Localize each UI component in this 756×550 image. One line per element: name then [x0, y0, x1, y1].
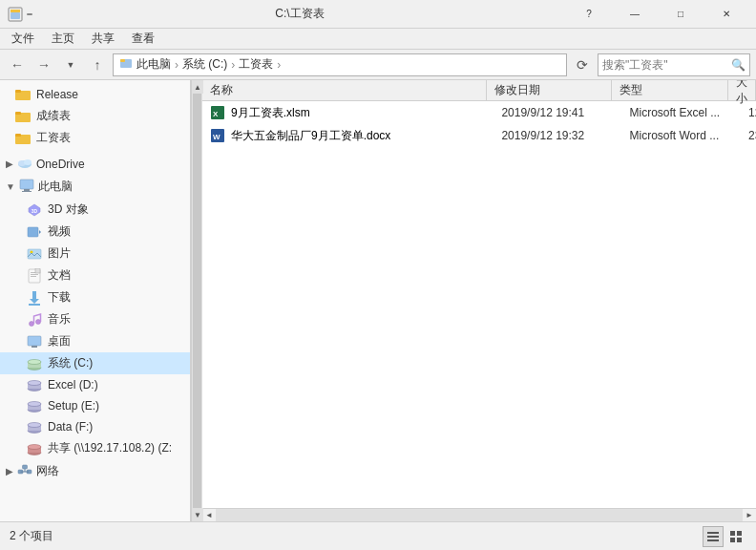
titlebar-icons — [8, 7, 32, 22]
col-header-size[interactable]: 大小 — [728, 80, 756, 100]
statusbar: 2 个项目 — [0, 521, 756, 550]
svg-rect-34 — [28, 336, 41, 346]
forward-button[interactable]: → — [32, 53, 55, 76]
svg-rect-35 — [32, 346, 37, 348]
sidebar-item-downloads[interactable]: 下载 — [0, 286, 190, 308]
sidebar-scrollbar[interactable]: ▲ ▼ — [191, 80, 202, 521]
hscroll-left[interactable]: ◄ — [202, 509, 216, 522]
onedrive-label: OneDrive — [36, 158, 85, 171]
svg-rect-4 — [120, 59, 125, 62]
drive-c-icon — [27, 356, 42, 371]
onedrive-expand-icon: ▶ — [6, 159, 13, 169]
sidebar-network[interactable]: ▶ 网络 — [0, 459, 190, 483]
view-large-button[interactable] — [725, 526, 746, 547]
sidebar-item-drive-d[interactable]: Excel (D:) — [0, 374, 190, 395]
svg-rect-15 — [20, 180, 33, 189]
sidebar-item-release[interactable]: Release — [0, 84, 190, 105]
video-icon — [27, 224, 42, 240]
back-button[interactable]: ← — [6, 53, 29, 76]
view-detail-button[interactable] — [703, 526, 724, 547]
svg-rect-11 — [15, 134, 21, 137]
network-label: 网络 — [36, 463, 59, 479]
music-icon — [27, 312, 42, 328]
sidebar-item-video[interactable]: 视频 — [0, 221, 190, 243]
downloads-icon — [27, 290, 42, 306]
file-item-excel[interactable]: X 9月工资表.xlsm 2019/9/12 19:41 Microsoft E… — [202, 101, 756, 124]
horizontal-scrollbar[interactable]: ◄ ► — [202, 508, 756, 521]
recent-button[interactable]: ▼ — [59, 53, 82, 76]
thispc-label: 此电脑 — [38, 179, 73, 195]
sidebar-item-pictures[interactable]: 图片 — [0, 243, 190, 264]
sidebar-item-drive-f[interactable]: Data (F:) — [0, 416, 190, 437]
svg-rect-27 — [31, 276, 36, 277]
menu-share[interactable]: 共享 — [84, 29, 122, 49]
svg-rect-17 — [22, 191, 32, 192]
menu-view[interactable]: 查看 — [124, 29, 162, 49]
breadcrumb-folder[interactable]: 工资表 — [239, 56, 273, 73]
hscroll-track[interactable] — [216, 509, 743, 521]
sidebar-label-grades: 成绩表 — [36, 108, 71, 124]
svg-rect-64 — [737, 531, 742, 536]
sidebar-scroll-up[interactable]: ▲ — [192, 80, 203, 94]
refresh-button[interactable]: ⟳ — [571, 53, 594, 76]
file-type-word: Microsoft Word ... — [621, 129, 741, 142]
sidebar-item-salary[interactable]: 工资表 — [0, 127, 190, 149]
up-button[interactable]: ↑ — [86, 53, 109, 76]
breadcrumb-thispc[interactable]: 此电脑 — [136, 56, 171, 73]
search-input[interactable] — [602, 58, 729, 72]
address-bar[interactable]: 此电脑 › 系统 (C:) › 工资表 › — [113, 53, 567, 76]
file-item-word[interactable]: W 华大五金制品厂9月工资单.docx 2019/9/12 19:32 Micr… — [202, 124, 756, 147]
file-date-word: 2019/9/12 19:32 — [494, 129, 621, 142]
search-bar[interactable]: 🔍 — [598, 53, 750, 76]
menu-file[interactable]: 文件 — [4, 29, 42, 49]
col-header-date[interactable]: 修改日期 — [487, 80, 612, 100]
close-button[interactable]: ✕ — [704, 0, 748, 29]
file-size-word: 23 KB — [741, 129, 756, 142]
excel-file-icon: X — [210, 105, 225, 120]
drive-d-icon — [27, 377, 42, 392]
sidebar-item-desktop[interactable]: 桌面 — [0, 330, 190, 352]
sidebar-label-drive-z: 共享 (\\192.17.108.2) (Z: — [48, 440, 172, 456]
svg-rect-26 — [31, 274, 38, 275]
file-name-excel: X 9月工资表.xlsm — [202, 105, 494, 121]
help-button[interactable]: ? — [567, 0, 611, 29]
sidebar-onedrive[interactable]: ▶ OneDrive — [0, 153, 190, 175]
sidebar-item-drive-c[interactable]: 系统 (C:) — [0, 352, 190, 374]
breadcrumb-drive[interactable]: 系统 (C:) — [182, 56, 227, 73]
quick-access-pin — [27, 13, 32, 15]
svg-text:W: W — [213, 133, 220, 141]
titlebar: C:\工资表 ? — □ ✕ — [0, 0, 756, 29]
svg-rect-9 — [15, 112, 21, 115]
menu-home[interactable]: 主页 — [44, 29, 82, 49]
sidebar-item-documents[interactable]: 文档 — [0, 264, 190, 286]
col-header-type[interactable]: 类型 — [612, 80, 728, 100]
sidebar-thispc-header[interactable]: ▼ 此电脑 — [0, 175, 190, 199]
sidebar-label-drive-d: Excel (D:) — [48, 378, 98, 391]
hscroll-right[interactable]: ► — [743, 509, 756, 522]
sidebar-label-release: Release — [36, 88, 78, 101]
sidebar-item-drive-e[interactable]: Setup (E:) — [0, 395, 190, 416]
svg-rect-22 — [28, 249, 41, 259]
svg-rect-7 — [15, 90, 21, 93]
col-header-name[interactable]: 名称 — [202, 80, 487, 100]
svg-rect-53 — [23, 465, 28, 469]
sidebar-scroll-thumb[interactable] — [193, 94, 201, 508]
svg-rect-62 — [707, 539, 719, 541]
sidebar-label-video: 视频 — [48, 223, 71, 240]
titlebar-title: C:\工资表 — [38, 6, 561, 22]
maximize-button[interactable]: □ — [659, 0, 703, 29]
sidebar-scroll-down[interactable]: ▼ — [192, 508, 203, 521]
pictures-icon — [27, 246, 42, 262]
svg-rect-61 — [707, 536, 719, 538]
sidebar-item-drive-z[interactable]: 共享 (\\192.17.108.2) (Z: — [0, 437, 190, 459]
sidebar-item-music[interactable]: 音乐 — [0, 308, 190, 330]
toolbar: ← → ▼ ↑ 此电脑 › 系统 (C:) › 工资表 › ⟳ 🔍 — [0, 50, 756, 80]
onedrive-icon — [17, 157, 32, 171]
sidebar-label-3d: 3D 对象 — [48, 201, 89, 218]
sidebar-item-3d[interactable]: 3D 3D 对象 — [0, 199, 190, 221]
minimize-button[interactable]: — — [613, 0, 657, 29]
sidebar-item-grades[interactable]: 成绩表 — [0, 105, 190, 127]
sidebar-label-drive-e: Setup (E:) — [48, 399, 99, 412]
desktop-icon — [27, 334, 42, 349]
sidebar-label-drive-c: 系统 (C:) — [48, 355, 93, 371]
